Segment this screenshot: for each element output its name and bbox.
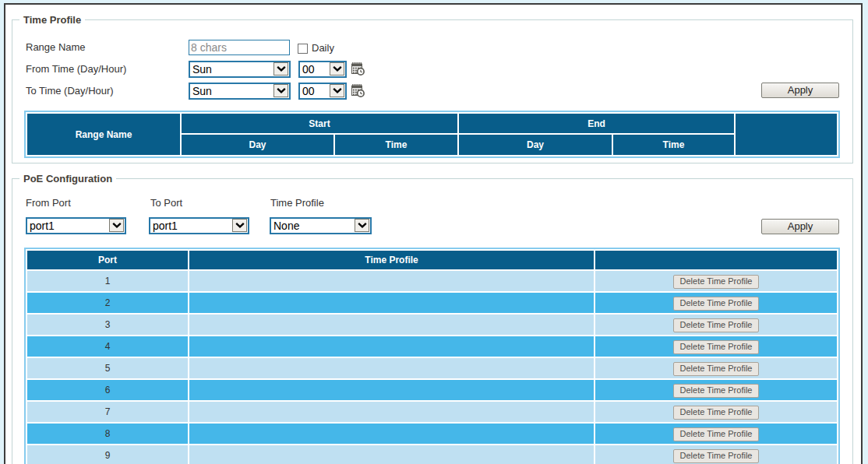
time-profile-cell xyxy=(189,402,594,422)
to-hour-value: 00 xyxy=(302,85,315,97)
delete-time-profile-button[interactable]: Delete Time Profile xyxy=(673,297,759,311)
poe-time-profile-value: None xyxy=(273,220,299,232)
to-time-label: To Time (Day/Hour) xyxy=(26,86,114,97)
poe-table-row: 4Delete Time Profile xyxy=(27,336,837,357)
time-profile-cell xyxy=(189,445,594,464)
from-port-value: port1 xyxy=(30,220,55,232)
from-day-value: Sun xyxy=(192,63,212,76)
port-number-cell: 3 xyxy=(27,315,188,335)
chevron-down-icon xyxy=(109,219,124,232)
action-cell: Delete Time Profile xyxy=(595,445,837,464)
delete-time-profile-button[interactable]: Delete Time Profile xyxy=(673,318,759,332)
poe-time-profile-label: Time Profile xyxy=(270,198,324,209)
time-profile-cell xyxy=(189,293,594,313)
chevron-down-icon xyxy=(330,62,344,76)
time-profile-legend: Time Profile xyxy=(19,14,85,26)
col-header-empty xyxy=(736,114,837,155)
from-port-label: From Port xyxy=(26,198,71,209)
time-profile-cell xyxy=(189,380,594,400)
from-port-select[interactable]: port1 xyxy=(26,217,126,234)
action-cell: Delete Time Profile xyxy=(595,380,837,400)
port-number-cell: 1 xyxy=(27,271,188,291)
port-number-cell: 8 xyxy=(27,424,188,444)
delete-time-profile-button[interactable]: Delete Time Profile xyxy=(673,449,759,463)
time-profile-cell xyxy=(189,315,594,335)
from-hour-value: 00 xyxy=(302,63,315,76)
port-number-cell: 6 xyxy=(27,380,188,400)
action-cell: Delete Time Profile xyxy=(595,358,837,378)
poe-table: Port Time Profile 1Delete Time Profile2D… xyxy=(24,248,840,464)
chevron-down-icon xyxy=(273,84,288,97)
range-name-input[interactable] xyxy=(189,40,290,55)
action-cell: Delete Time Profile xyxy=(595,424,837,444)
poe-table-row: 6Delete Time Profile xyxy=(27,380,837,400)
poe-configuration-legend: PoE Configuration xyxy=(19,173,116,185)
daily-checkbox[interactable] xyxy=(298,44,308,54)
time-profile-cell xyxy=(189,271,594,291)
chevron-down-icon xyxy=(355,219,369,232)
range-name-label: Range Name xyxy=(26,42,86,53)
col-header-end: End xyxy=(459,114,734,133)
poe-time-profile-select[interactable]: None xyxy=(270,217,372,234)
port-number-cell: 4 xyxy=(27,336,188,357)
from-hour-select[interactable]: 00 xyxy=(298,61,347,78)
calendar-clock-icon[interactable] xyxy=(351,62,365,76)
chevron-down-icon xyxy=(232,219,247,232)
col-header-time-profile: Time Profile xyxy=(189,251,594,269)
time-profile-cell xyxy=(189,358,594,378)
to-port-label: To Port xyxy=(150,198,182,209)
action-cell: Delete Time Profile xyxy=(595,293,837,313)
to-hour-select[interactable]: 00 xyxy=(298,83,347,100)
col-header-range-name: Range Name xyxy=(27,114,180,155)
time-profile-cell xyxy=(189,336,594,357)
port-number-cell: 2 xyxy=(27,293,188,313)
to-port-select[interactable]: port1 xyxy=(149,217,249,234)
poe-table-row: 9Delete Time Profile xyxy=(27,445,837,464)
to-day-value: Sun xyxy=(192,85,212,97)
delete-time-profile-button[interactable]: Delete Time Profile xyxy=(673,406,759,420)
poe-table-row: 2Delete Time Profile xyxy=(27,293,837,313)
delete-time-profile-button[interactable]: Delete Time Profile xyxy=(673,427,759,441)
action-cell: Delete Time Profile xyxy=(595,271,837,291)
col-header-start-day: Day xyxy=(182,135,333,155)
poe-table-row: 5Delete Time Profile xyxy=(27,358,837,378)
poe-apply-button[interactable]: Apply xyxy=(761,219,839,234)
col-header-start: Start xyxy=(182,114,457,133)
delete-time-profile-button[interactable]: Delete Time Profile xyxy=(673,275,759,289)
to-port-value: port1 xyxy=(153,220,178,232)
time-profile-cell xyxy=(189,424,594,444)
col-header-start-time: Time xyxy=(335,135,457,155)
page: Time Profile Range Name Daily From Time … xyxy=(0,0,868,464)
delete-time-profile-button[interactable]: Delete Time Profile xyxy=(673,384,759,398)
poe-table-row: 7Delete Time Profile xyxy=(27,402,837,422)
poe-table-row: 8Delete Time Profile xyxy=(27,424,837,444)
port-number-cell: 9 xyxy=(27,445,188,464)
delete-time-profile-button[interactable]: Delete Time Profile xyxy=(673,340,759,354)
from-time-label: From Time (Day/Hour) xyxy=(26,64,126,75)
chevron-down-icon xyxy=(273,62,288,76)
poe-table-row: 1Delete Time Profile xyxy=(27,271,837,291)
poe-table-row: 3Delete Time Profile xyxy=(27,315,837,335)
col-header-port: Port xyxy=(27,251,188,269)
delete-time-profile-button[interactable]: Delete Time Profile xyxy=(673,362,759,376)
action-cell: Delete Time Profile xyxy=(595,402,837,422)
time-profile-table: Range Name Start End Day Time Day Time xyxy=(24,111,840,158)
from-day-select[interactable]: Sun xyxy=(189,61,291,78)
port-number-cell: 5 xyxy=(27,358,188,378)
port-number-cell: 7 xyxy=(27,402,188,422)
col-header-action xyxy=(595,251,837,269)
daily-label: Daily xyxy=(312,43,334,54)
action-cell: Delete Time Profile xyxy=(595,336,837,357)
time-profile-apply-button[interactable]: Apply xyxy=(761,83,839,98)
action-cell: Delete Time Profile xyxy=(595,315,837,335)
col-header-end-day: Day xyxy=(459,135,612,155)
col-header-end-time: Time xyxy=(613,135,734,155)
to-day-select[interactable]: Sun xyxy=(189,83,291,100)
chevron-down-icon xyxy=(330,84,344,97)
calendar-clock-icon[interactable] xyxy=(351,84,365,97)
